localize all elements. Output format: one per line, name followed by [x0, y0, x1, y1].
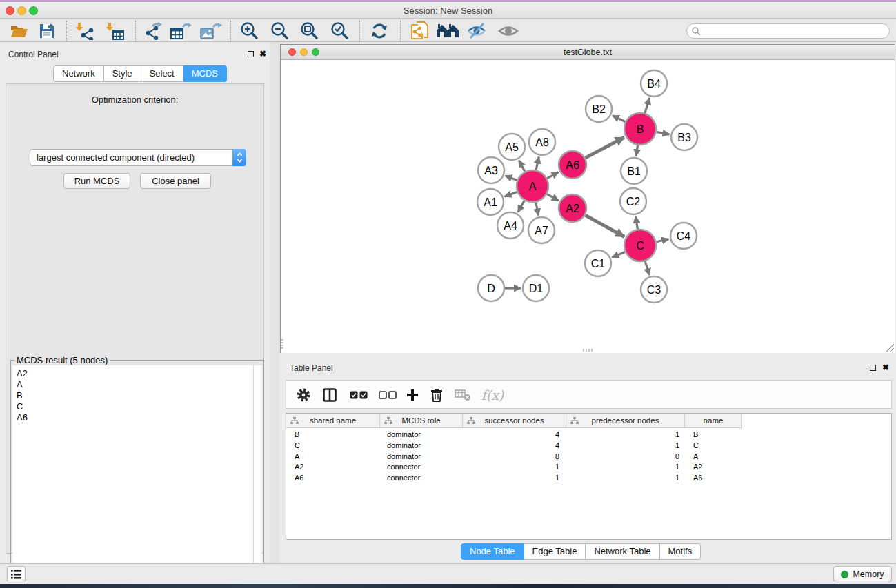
network-window-title-bar[interactable]: testGlobe.txt	[281, 45, 895, 60]
function-builder-button[interactable]: f(x)	[478, 384, 507, 406]
zoom-in-button[interactable]	[238, 21, 261, 41]
graph-edge-A6-B[interactable]	[586, 137, 624, 158]
tab-network-table[interactable]: Network Table	[586, 543, 659, 560]
graph-edge-C-C1[interactable]	[612, 252, 625, 257]
graph-edge-A-A7[interactable]	[536, 203, 539, 216]
graph-edge-A2-C[interactable]	[585, 215, 624, 236]
zoom-out-button[interactable]	[268, 21, 291, 41]
graph-node-C3[interactable]: C3	[641, 276, 667, 303]
mcds-result-item[interactable]: C	[12, 401, 253, 412]
memory-button[interactable]: Memory	[833, 566, 892, 582]
column-header-shared-name[interactable]: shared name	[286, 414, 380, 428]
graph-node-B2[interactable]: B2	[586, 96, 612, 122]
reset-view-button[interactable]	[435, 21, 460, 41]
table-float-panel-icon[interactable]	[870, 365, 876, 371]
tab-style[interactable]: Style	[104, 65, 141, 82]
export-image-button[interactable]	[199, 21, 223, 41]
graph-edge-A-A1[interactable]	[505, 192, 517, 196]
search-field[interactable]	[686, 23, 890, 39]
close-panel-button[interactable]: Close panel	[140, 173, 211, 189]
graph-node-A3[interactable]: A3	[478, 157, 504, 183]
open-session-button[interactable]	[8, 21, 30, 41]
graph-edge-C-C3[interactable]	[645, 261, 649, 275]
mcds-result-item[interactable]: B	[12, 390, 253, 401]
tab-node-table[interactable]: Node Table	[461, 543, 524, 560]
new-network-button[interactable]	[408, 20, 432, 41]
column-header-successor-nodes[interactable]: successor nodes	[463, 414, 566, 428]
delete-button[interactable]	[426, 385, 447, 405]
graph-node-B3[interactable]: B3	[671, 124, 697, 150]
table-close-panel-icon[interactable]: ✖	[882, 365, 889, 371]
tab-edge-table[interactable]: Edge Table	[524, 543, 586, 560]
select-all-button[interactable]	[347, 385, 370, 405]
graph-edge-B-B3[interactable]	[657, 132, 670, 134]
graph-node-C[interactable]: C	[624, 230, 656, 261]
zoom-fit-button[interactable]	[298, 21, 321, 41]
panel-splitter[interactable]	[270, 42, 280, 563]
close-panel-icon[interactable]: ✖	[259, 51, 266, 57]
graph-edge-B-B4[interactable]	[645, 98, 650, 113]
graph-node-C2[interactable]: C2	[620, 188, 646, 214]
graph-edge-A-A3[interactable]	[506, 176, 517, 181]
column-view-button[interactable]	[319, 385, 340, 405]
graph-edge-A-A6[interactable]	[547, 172, 559, 179]
column-header-mcds-role[interactable]: MCDS role	[380, 414, 463, 428]
graph-edge-C-C2[interactable]	[635, 216, 637, 230]
table-row[interactable]: Cdominator41C	[286, 440, 891, 452]
table-row[interactable]: Bdominator41B	[286, 429, 891, 440]
graph-node-A8[interactable]: A8	[529, 129, 555, 155]
graph-node-A5[interactable]: A5	[499, 134, 525, 160]
delete-table-button[interactable]	[452, 385, 474, 405]
mcds-result-item[interactable]: A	[12, 379, 253, 390]
graph-node-D1[interactable]: D1	[523, 275, 549, 301]
criterion-dropdown[interactable]: largest connected component (directed)	[30, 149, 246, 166]
graph-edge-A-A2[interactable]	[547, 194, 559, 201]
table-row[interactable]: Adominator80A	[286, 452, 891, 463]
graph-node-A[interactable]: A	[517, 170, 548, 202]
network-canvas[interactable]: B4B2BB3A8A5A6A3B1AA1C2A2A4A7C4CC1C3DD1	[281, 61, 895, 353]
graph-edge-B-B2[interactable]	[613, 116, 626, 122]
float-panel-icon[interactable]	[248, 51, 254, 57]
deselect-all-button[interactable]	[376, 385, 399, 405]
graph-node-C1[interactable]: C1	[585, 250, 611, 276]
mcds-list-scrollbar[interactable]	[253, 365, 262, 588]
graph-node-A6[interactable]: A6	[559, 151, 586, 179]
save-session-button[interactable]	[36, 21, 58, 41]
column-header-predecessor-nodes[interactable]: predecessor nodes	[566, 414, 685, 428]
graph-node-D[interactable]: D	[478, 275, 504, 301]
run-mcds-button[interactable]: Run MCDS	[63, 173, 130, 189]
show-graphics-details-button[interactable]	[465, 21, 490, 41]
canvas-bottom-grip[interactable]	[583, 349, 593, 352]
graph-node-A2[interactable]: A2	[559, 194, 586, 222]
zoom-selected-button[interactable]	[328, 21, 351, 41]
graph-node-B[interactable]: B	[624, 113, 656, 145]
tab-motifs[interactable]: Motifs	[660, 543, 701, 560]
hide-graphics-details-button[interactable]	[496, 21, 521, 41]
table-settings-button[interactable]	[293, 385, 314, 405]
graph-edge-B-B1[interactable]	[636, 145, 637, 156]
mcds-result-item[interactable]: A6	[12, 412, 253, 423]
tab-mcds[interactable]: MCDS	[183, 65, 227, 82]
tab-network[interactable]: Network	[53, 65, 104, 82]
mcds-result-item[interactable]: A2	[12, 368, 253, 379]
export-table-button[interactable]	[169, 21, 194, 41]
graph-edge-A-A8[interactable]	[536, 156, 539, 170]
graph-node-A1[interactable]: A1	[477, 189, 504, 215]
graph-node-C4[interactable]: C4	[670, 223, 697, 249]
canvas-left-grip[interactable]	[281, 339, 283, 349]
export-network-button[interactable]	[141, 21, 165, 41]
dropdown-stepper[interactable]	[232, 149, 246, 166]
task-history-button[interactable]	[7, 566, 26, 582]
graph-edge-A-A4[interactable]	[518, 201, 524, 212]
graph-node-B4[interactable]: B4	[641, 70, 667, 97]
graph-edge-C-C4[interactable]	[656, 239, 668, 242]
import-table-button[interactable]	[103, 21, 127, 41]
search-input[interactable]	[701, 25, 889, 37]
apply-layout-button[interactable]	[368, 21, 390, 41]
import-network-button[interactable]	[73, 21, 97, 41]
table-row[interactable]: A2connector11A2	[286, 462, 891, 473]
tab-select[interactable]: Select	[141, 65, 183, 82]
column-header-name[interactable]: name	[685, 414, 742, 428]
graph-node-B1[interactable]: B1	[621, 158, 647, 184]
add-column-button[interactable]	[402, 385, 423, 405]
